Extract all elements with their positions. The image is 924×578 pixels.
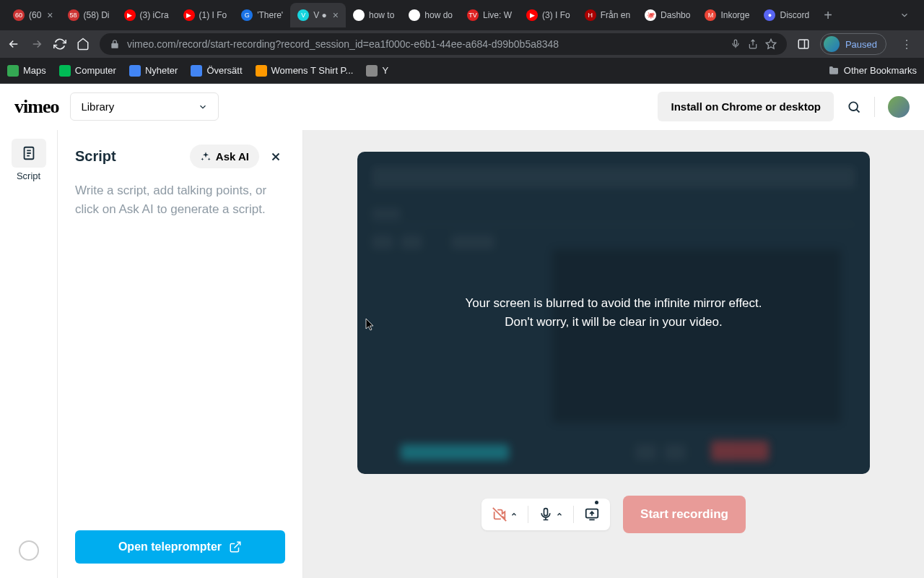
tab-9[interactable]: ▶(3) I Fo — [519, 3, 578, 27]
indicator-dot — [595, 501, 598, 504]
svg-point-2 — [849, 102, 858, 111]
favicon: ● — [764, 9, 775, 21]
device-controls — [481, 499, 610, 530]
search-icon[interactable] — [847, 100, 861, 114]
chevron-down-icon — [198, 102, 208, 112]
bookmark-2[interactable]: Nyheter — [129, 65, 178, 77]
camera-off-icon — [492, 506, 507, 522]
favicon: G — [353, 9, 365, 21]
bookmark-icon — [191, 65, 202, 77]
camera-toggle[interactable] — [492, 506, 518, 522]
favicon: G — [241, 9, 253, 21]
home-button[interactable] — [77, 38, 90, 51]
screen-preview: Your screen is blurred to avoid the infi… — [357, 152, 870, 474]
panel-icon[interactable] — [797, 38, 810, 51]
tab-1[interactable]: 58(58) Di — [61, 3, 117, 27]
bookmark-4[interactable]: Womens T Shirt P... — [256, 65, 354, 77]
close-tab-icon[interactable]: × — [47, 9, 53, 21]
folder-icon — [828, 65, 840, 77]
tabs-dropdown[interactable] — [891, 10, 918, 20]
share-icon[interactable] — [748, 39, 758, 49]
page: vimeo Library Install on Chrome or deskt… — [0, 84, 924, 578]
script-title: Script — [75, 148, 116, 165]
favicon: V — [297, 9, 309, 21]
forward-button[interactable] — [30, 38, 43, 51]
help-icon[interactable] — [19, 540, 39, 561]
profile-badge[interactable]: Paused — [820, 33, 886, 55]
svg-rect-0 — [734, 40, 737, 45]
teleprompter-button[interactable]: Open teleprompter — [75, 530, 285, 564]
vimeo-logo[interactable]: vimeo — [14, 96, 58, 118]
preview-message: Your screen is blurred to avoid the infi… — [465, 294, 762, 332]
side-rail: Script — [0, 130, 58, 578]
lock-icon — [110, 39, 120, 49]
script-panel: Script Ask AI Open teleprompter — [58, 130, 303, 578]
ask-ai-button[interactable]: Ask AI — [190, 144, 259, 168]
browser-menu[interactable]: ⋮ — [897, 38, 917, 51]
svg-rect-4 — [544, 509, 548, 516]
bookmark-5[interactable]: Y — [366, 65, 388, 77]
other-bookmarks[interactable]: Other Bookmarks — [828, 65, 917, 77]
screen-share-icon — [584, 506, 600, 522]
favicon: H — [585, 9, 596, 21]
app-header: vimeo Library Install on Chrome or deskt… — [0, 84, 924, 130]
tab-strip: 60(60×58(58) Di▶(3) iCra▶(1) I FoG'There… — [0, 0, 924, 30]
browser-toolbar: vimeo.com/record/start-recording?record_… — [0, 30, 924, 58]
external-link-icon — [229, 540, 242, 553]
avatar — [824, 36, 840, 52]
tab-8[interactable]: TVLive: W — [460, 3, 519, 27]
favicon: G — [409, 9, 420, 21]
close-panel-button[interactable] — [266, 147, 285, 166]
rail-item-script[interactable]: Script — [12, 139, 46, 181]
recording-controls: Start recording — [481, 496, 746, 533]
sparkle-icon — [200, 151, 212, 163]
tab-13[interactable]: ●Discord — [757, 3, 816, 27]
mic-icon — [539, 507, 553, 522]
favicon: 58 — [68, 9, 79, 21]
bookmark-1[interactable]: Computer — [59, 65, 116, 77]
tab-7[interactable]: Ghow do — [401, 3, 460, 27]
bookmark-icon — [366, 65, 378, 77]
bookmark-icon — [59, 65, 71, 77]
user-avatar[interactable] — [888, 96, 910, 118]
star-icon[interactable] — [765, 38, 777, 50]
bookmark-3[interactable]: Översätt — [191, 65, 242, 77]
tab-2[interactable]: ▶(3) iCra — [117, 3, 176, 27]
tab-3[interactable]: ▶(1) I Fo — [176, 3, 235, 27]
tab-11[interactable]: 🐙Dashbo — [637, 3, 697, 27]
tab-0[interactable]: 60(60× — [6, 3, 61, 27]
new-tab-button[interactable]: + — [816, 7, 840, 24]
start-recording-button[interactable]: Start recording — [623, 496, 746, 533]
tab-5[interactable]: VV ● × — [290, 3, 346, 27]
close-tab-icon[interactable]: × — [333, 9, 339, 21]
favicon: ▶ — [124, 9, 136, 21]
favicon: 🐙 — [645, 9, 656, 21]
bookmarks-bar: MapsComputerNyheterÖversättWomens T Shir… — [0, 58, 924, 84]
bookmark-0[interactable]: Maps — [7, 65, 46, 77]
favicon: 60 — [13, 9, 25, 21]
back-button[interactable] — [7, 38, 20, 51]
tab-6[interactable]: Ghow to — [346, 3, 401, 27]
mic-toggle[interactable] — [539, 507, 563, 522]
reload-button[interactable] — [53, 38, 66, 51]
screen-share-toggle[interactable] — [584, 506, 600, 522]
favicon: TV — [467, 9, 479, 21]
script-textarea[interactable] — [75, 181, 285, 530]
tab-10[interactable]: HFrån en — [578, 3, 637, 27]
library-dropdown[interactable]: Library — [70, 92, 219, 121]
favicon: M — [705, 9, 716, 21]
chevron-up-icon — [510, 511, 518, 518]
chevron-up-icon — [556, 511, 563, 518]
app-body: Script Script Ask AI Open teleprompter — [0, 130, 924, 578]
browser-chrome: 60(60×58(58) Di▶(3) iCra▶(1) I FoG'There… — [0, 0, 924, 84]
preview-area: Your screen is blurred to avoid the infi… — [303, 130, 924, 578]
favicon: ▶ — [526, 9, 538, 21]
bookmark-icon — [7, 65, 19, 77]
install-button[interactable]: Install on Chrome or desktop — [658, 92, 834, 121]
url-bar[interactable]: vimeo.com/record/start-recording?record_… — [100, 33, 787, 55]
tab-12[interactable]: MInkorge — [697, 3, 757, 27]
tab-4[interactable]: G'There' — [234, 3, 290, 27]
svg-rect-1 — [798, 40, 808, 48]
favicon: ▶ — [183, 9, 195, 21]
mic-icon[interactable] — [731, 39, 741, 49]
